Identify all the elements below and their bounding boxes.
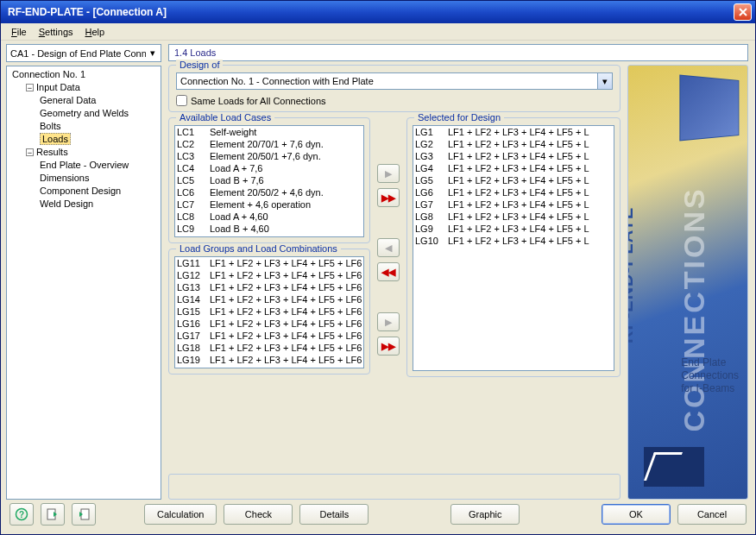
check-button[interactable]: Check xyxy=(224,504,293,525)
collapse-icon[interactable]: − xyxy=(26,84,34,91)
same-loads-label: Same Loads for All Connections xyxy=(191,96,326,106)
list-item[interactable]: LG3LF1 + LF2 + LF3 + LF4 + LF5 + L xyxy=(413,150,614,162)
page-next-icon xyxy=(77,507,91,521)
same-loads-input[interactable] xyxy=(176,95,187,106)
prev-page-button[interactable] xyxy=(41,503,65,526)
help-icon: ? xyxy=(15,507,28,521)
tree-overview[interactable]: End Plate - Overview xyxy=(9,159,159,172)
list-item[interactable]: LG17LF1 + LF2 + LF3 + LF4 + LF5 + LF6 xyxy=(175,330,363,342)
menubar: File Settings Help xyxy=(1,23,755,41)
list-item[interactable]: LG10LF1 + LF2 + LF3 + LF4 + LF5 + L xyxy=(413,235,614,247)
window-title: RF-END-PLATE - [Connection A] xyxy=(4,6,734,18)
list-item[interactable]: LC2Element 20/70/1 + 7,6 dyn. xyxy=(175,138,363,150)
list-item[interactable]: LC4Load A + 7,6 xyxy=(175,162,363,174)
graphic-button[interactable]: Graphic xyxy=(450,504,520,525)
chevron-down-icon: ▾ xyxy=(597,73,612,89)
selected-listbox[interactable]: LG1LF1 + LF2 + LF3 + LF4 + LF5 + LLG2LF1… xyxy=(413,125,614,371)
add-combo-all-button[interactable]: ▶▶ xyxy=(377,337,400,356)
selected-group: Selected for Design LG1LF1 + LF2 + LF3 +… xyxy=(406,117,621,377)
list-item[interactable]: LC7Element + 4,6 operation xyxy=(175,198,363,211)
remove-one-button[interactable]: ◀ xyxy=(377,238,400,257)
list-item[interactable]: LG1LF1 + LF2 + LF3 + LF4 + LF5 + L xyxy=(413,126,614,138)
transfer-buttons: ▶ ▶▶ ◀ ◀◀ ▶ ▶▶ xyxy=(375,117,401,356)
remove-all-button[interactable]: ◀◀ xyxy=(377,262,400,281)
available-load-cases-group: Available Load Cases LC1Self-weightLC2El… xyxy=(168,117,370,243)
svg-text:?: ? xyxy=(19,510,24,519)
list-item[interactable]: LC1Self-weight xyxy=(175,126,363,138)
available-listbox[interactable]: LC1Self-weightLC2Element 20/70/1 + 7,6 d… xyxy=(174,125,364,237)
tree-root[interactable]: Connection No. 1 xyxy=(9,68,159,81)
list-item[interactable]: LG14LF1 + LF2 + LF3 + LF4 + LF5 + LF6 xyxy=(175,293,363,305)
list-item[interactable]: LG11LF1 + LF2 + LF3 + LF4 + LF5 + LF6 xyxy=(175,257,363,269)
help-button[interactable]: ? xyxy=(9,503,34,526)
add-all-button[interactable]: ▶▶ xyxy=(377,188,400,207)
banner-line2: Connections xyxy=(681,369,739,382)
list-item[interactable]: LG8LF1 + LF2 + LF3 + LF4 + LF5 + L xyxy=(413,211,614,223)
add-one-button[interactable]: ▶ xyxy=(377,164,400,183)
menu-file[interactable]: File xyxy=(6,25,32,39)
design-of-dropdown[interactable]: Connection No. 1 - Connection with End P… xyxy=(176,72,613,90)
list-item[interactable]: LG19LF1 + LF2 + LF3 + LF4 + LF5 + LF6 xyxy=(175,354,363,366)
same-loads-checkbox[interactable]: Same Loads for All Connections xyxy=(176,95,613,106)
list-item[interactable]: LG5LF1 + LF2 + LF3 + LF4 + LF5 + L xyxy=(413,174,614,186)
list-item[interactable]: LG15LF1 + LF2 + LF3 + LF4 + LF5 + LF6 xyxy=(175,305,363,318)
tree-dimensions[interactable]: Dimensions xyxy=(9,172,159,185)
menu-settings[interactable]: Settings xyxy=(34,25,79,39)
section-header: 1.4 Loads xyxy=(168,44,748,61)
tree-results[interactable]: −Results xyxy=(9,146,159,159)
list-item[interactable]: LG2LF1 + LF2 + LF3 + LF4 + LF5 + L xyxy=(413,138,614,150)
navigator-tree[interactable]: Connection No. 1 −Input Data General Dat… xyxy=(6,66,161,500)
status-strip xyxy=(168,474,621,500)
navigator-panel: CA1 - Design of End Plate Connections ▾ … xyxy=(1,41,165,500)
details-button[interactable]: Details xyxy=(299,504,369,525)
add-combo-one-button[interactable]: ▶ xyxy=(377,312,400,331)
titlebar: RF-END-PLATE - [Connection A] xyxy=(1,1,755,23)
bottom-toolbar: ? Calculation Check Details Graphic OK C… xyxy=(1,500,755,534)
design-of-group: Design of Connection No. 1 - Connection … xyxy=(168,65,621,112)
page-prev-icon xyxy=(46,507,60,521)
tree-weld-design[interactable]: Weld Design xyxy=(9,198,159,211)
list-item[interactable]: LG16LF1 + LF2 + LF3 + LF4 + LF5 + LF6 xyxy=(175,318,363,330)
tree-general-data[interactable]: General Data xyxy=(9,94,159,107)
list-item[interactable]: LC5Load B + 7,6 xyxy=(175,174,363,186)
list-item[interactable]: LC8Load A + 4,60 xyxy=(175,211,363,223)
ok-button[interactable]: OK xyxy=(602,504,671,525)
tree-component-design[interactable]: Component Design xyxy=(9,185,159,198)
banner-line3: for I-Beams xyxy=(681,382,739,395)
list-item[interactable]: LG18LF1 + LF2 + LF3 + LF4 + LF5 + LF6 xyxy=(175,342,363,354)
dlubal-logo-icon xyxy=(644,447,704,487)
list-item[interactable]: LG7LF1 + LF2 + LF3 + LF4 + LF5 + L xyxy=(413,198,614,211)
case-combo[interactable]: CA1 - Design of End Plate Connections ▾ xyxy=(6,44,161,62)
collapse-icon[interactable]: − xyxy=(26,148,34,156)
tree-bolts[interactable]: Bolts xyxy=(9,120,159,133)
combos-listbox[interactable]: LG11LF1 + LF2 + LF3 + LF4 + LF5 + LF6LG1… xyxy=(174,256,364,368)
tree-geometry-welds[interactable]: Geometry and Welds xyxy=(9,107,159,120)
content: CA1 - Design of End Plate Connections ▾ … xyxy=(1,41,755,500)
selected-legend: Selected for Design xyxy=(414,112,504,123)
list-item[interactable]: LC9Load B + 4,60 xyxy=(175,223,363,235)
list-item[interactable]: LG4LF1 + LF2 + LF3 + LF4 + LF5 + L xyxy=(413,162,614,174)
section-title-text: 1.4 Loads xyxy=(174,47,216,58)
list-item[interactable]: LG13LF1 + LF2 + LF3 + LF4 + LF5 + LF6 xyxy=(175,281,363,293)
list-item[interactable]: LG9LF1 + LF2 + LF3 + LF4 + LF5 + L xyxy=(413,223,614,235)
banner-caption: End Plate Connections for I-Beams xyxy=(681,356,739,395)
tree-loads[interactable]: Loads xyxy=(9,133,159,146)
menu-help[interactable]: Help xyxy=(80,25,110,39)
load-combos-group: Load Groups and Load Combinations LG11LF… xyxy=(168,249,370,374)
next-page-button[interactable] xyxy=(72,503,96,526)
list-item[interactable]: LC6Element 20/50/2 + 4,6 dyn. xyxy=(175,186,363,198)
app-window: RF-END-PLATE - [Connection A] File Setti… xyxy=(0,0,756,535)
cancel-button[interactable]: Cancel xyxy=(677,504,747,525)
tree-input-data[interactable]: −Input Data xyxy=(9,81,159,94)
list-item[interactable]: LC3Element 20/50/1 +7,6 dyn. xyxy=(175,150,363,162)
list-item[interactable]: LG6LF1 + LF2 + LF3 + LF4 + LF5 + L xyxy=(413,186,614,198)
banner-line1: End Plate xyxy=(681,356,739,369)
calculation-button[interactable]: Calculation xyxy=(144,504,217,525)
available-legend: Available Load Cases xyxy=(176,112,274,123)
close-icon xyxy=(738,7,748,17)
banner-product: RF-END-PLATE xyxy=(627,207,637,343)
design-of-legend: Design of xyxy=(176,60,223,70)
combos-legend: Load Groups and Load Combinations xyxy=(176,243,341,254)
close-button[interactable] xyxy=(734,3,752,21)
list-item[interactable]: LG12LF1 + LF2 + LF3 + LF4 + LF5 + LF6 xyxy=(175,269,363,281)
